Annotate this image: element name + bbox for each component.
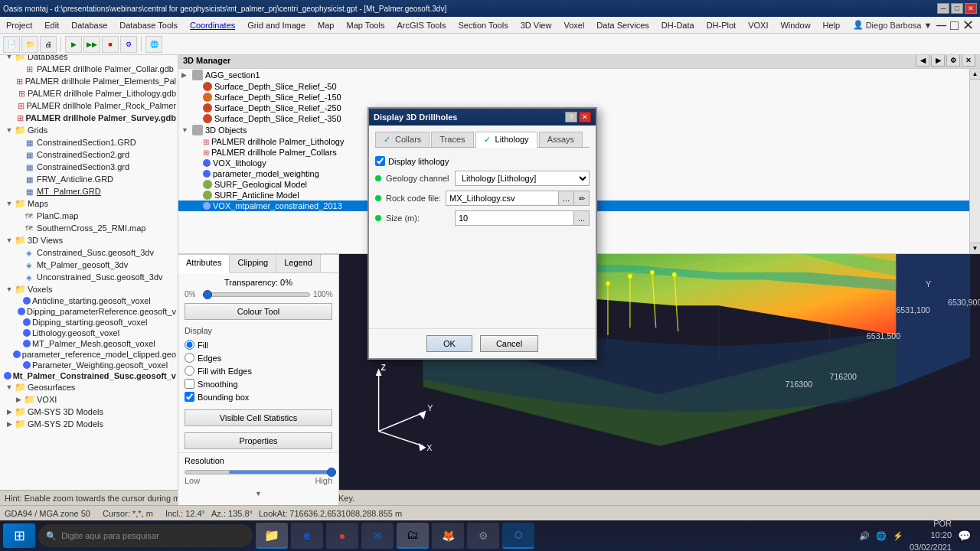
print-button[interactable]: 🖨 bbox=[40, 36, 57, 53]
colour-tool-button[interactable]: Colour Tool bbox=[185, 303, 332, 320]
tree-vox-lithology[interactable]: Lithology.geosoft_voxel bbox=[0, 328, 178, 338]
taskbar-app-outlook[interactable]: ✉ bbox=[361, 523, 394, 549]
tree-db-collar[interactable]: ⊞ PALMER drillhole Palmer_Collar.gdb bbox=[0, 63, 178, 75]
close-button[interactable]: ✕ bbox=[965, 3, 977, 14]
tree-vox-anticline[interactable]: Anticline_starting.geosoft_voxel bbox=[0, 295, 178, 306]
menu-project[interactable]: Project bbox=[0, 19, 38, 31]
taskbar-app-chrome[interactable]: ● bbox=[326, 523, 358, 549]
tree-map-planc[interactable]: 🗺 PlanC.map bbox=[0, 210, 178, 222]
minimize-button[interactable]: ─ bbox=[937, 3, 949, 14]
record-button[interactable]: ⚙ bbox=[120, 36, 137, 53]
ok-button[interactable]: OK bbox=[426, 335, 472, 352]
tree-grid-3[interactable]: ▦ ConstrainedSection3.grd bbox=[0, 161, 178, 173]
rock-code-file-input[interactable] bbox=[446, 191, 559, 206]
taskbar-time[interactable]: POR 10:20 03/02/2021 bbox=[910, 518, 952, 551]
display-smoothing-checkbox[interactable] bbox=[185, 379, 194, 389]
resolution-slider[interactable] bbox=[185, 470, 332, 474]
tree-db-survey[interactable]: ⊞ PALMER drillhole Palmer_Survey.gdb bbox=[0, 112, 178, 124]
menu-window[interactable]: Window bbox=[774, 19, 816, 31]
menu-coordinates[interactable]: Coordinates bbox=[184, 19, 241, 31]
manager-nav-forward[interactable]: ▶ bbox=[931, 54, 945, 67]
manager-close[interactable]: ✕ bbox=[962, 54, 975, 67]
dialog-close-button[interactable]: ✕ bbox=[579, 112, 591, 122]
menu-arcgis-tools[interactable]: ArcGIS Tools bbox=[390, 19, 452, 31]
rock-code-edit-button[interactable]: ✏ bbox=[574, 191, 590, 206]
new-button[interactable]: 📄 bbox=[3, 36, 20, 53]
display-edges-radio[interactable] bbox=[185, 353, 194, 363]
stop-button[interactable]: ■ bbox=[102, 36, 119, 53]
menu-grid-and-image[interactable]: Grid and Image bbox=[241, 19, 312, 31]
display-bounding-box-checkbox[interactable] bbox=[185, 392, 194, 402]
manager-settings[interactable]: ⚙ bbox=[946, 54, 960, 67]
taskbar-app-firefox[interactable]: 🦊 bbox=[432, 523, 464, 549]
mgr-surf-50[interactable]: Surface_Depth_Slice_Relief_-50 bbox=[178, 81, 980, 92]
mgr-agg-section[interactable]: ▶ AGG_section1 bbox=[178, 69, 980, 81]
mgr-surf-150[interactable]: Surface_Depth_Slice_Relief_-150 bbox=[178, 92, 980, 103]
tree-3dv-constrained[interactable]: ◈ Constrained_Susc.geosoft_3dv bbox=[0, 246, 178, 259]
menu-voxi[interactable]: VOXI bbox=[742, 19, 774, 31]
size-input[interactable] bbox=[455, 210, 574, 226]
menu-dh-plot[interactable]: DH-Plot bbox=[701, 19, 743, 31]
manager-nav-back[interactable]: ◀ bbox=[916, 54, 929, 67]
menu-dh-data[interactable]: DH-Data bbox=[655, 19, 701, 31]
tree-3dv-mt-palmer[interactable]: ◈ Mt_Palmer_geosoft_3dv bbox=[0, 259, 178, 271]
tree-grid-mt-palmer[interactable]: ▦ MT_Palmer.GRD bbox=[0, 185, 178, 197]
tree-gm-3d[interactable]: ▶ 📁 GM-SYS 3D Models bbox=[0, 406, 178, 418]
menu-3d-view[interactable]: 3D View bbox=[514, 19, 558, 31]
attr-scroll-arrow-down[interactable]: ▼ bbox=[178, 488, 338, 499]
scroll-up[interactable]: ▲ bbox=[970, 69, 980, 80]
taskbar-app-settings[interactable]: ⚙ bbox=[467, 523, 499, 549]
tree-db-elements[interactable]: ⊞ PALMER drillhole Palmer_Elements_Pal bbox=[0, 75, 178, 87]
tree-grid-2[interactable]: ▦ ConstrainedSection2.grd bbox=[0, 148, 178, 161]
tree-grids[interactable]: ▼ 📁 Grids bbox=[0, 124, 178, 136]
internet-button[interactable]: 🌐 bbox=[145, 36, 162, 53]
tab-attributes[interactable]: Attributes bbox=[178, 255, 230, 273]
tab-clipping[interactable]: Clipping bbox=[230, 255, 276, 272]
taskbar-app-fileexplorer2[interactable]: 🗂 bbox=[397, 523, 429, 549]
display-fill-radio[interactable] bbox=[185, 340, 194, 350]
menu-edit[interactable]: Edit bbox=[38, 19, 65, 31]
tree-grid-frw[interactable]: ▦ FRW_Anticline.GRD bbox=[0, 173, 178, 185]
tree-vox-constrained-susc[interactable]: Mt_Palmer_Constrained_Susc.geosoft_v bbox=[0, 370, 178, 381]
menu-help[interactable]: Help bbox=[817, 19, 847, 31]
dialog-tab-assays[interactable]: Assays bbox=[539, 132, 583, 147]
menu-section-tools[interactable]: Section Tools bbox=[452, 19, 514, 31]
tree-maps[interactable]: ▼ 📁 Maps bbox=[0, 197, 178, 210]
scroll-down[interactable]: ▼ bbox=[970, 243, 980, 253]
open-button[interactable]: 📁 bbox=[21, 36, 38, 53]
rock-code-browse-button[interactable]: … bbox=[559, 191, 574, 206]
notifications-icon[interactable]: 💬 bbox=[958, 530, 971, 542]
geology-channel-select[interactable]: Lithology [Lithology] bbox=[455, 171, 590, 186]
menu-map[interactable]: Map bbox=[312, 19, 340, 31]
start-button[interactable]: ⊞ bbox=[3, 523, 35, 548]
tree-db-rock[interactable]: ⊞ PALMER drillhole Palmer_Rock_Palmer bbox=[0, 99, 178, 112]
menu-database[interactable]: Database bbox=[65, 19, 113, 31]
run-button[interactable]: ▶ bbox=[65, 36, 82, 53]
taskbar-app-oasis[interactable]: ⬡ bbox=[502, 523, 534, 549]
visible-cell-stats-button[interactable]: Visible Cell Statistics bbox=[185, 409, 332, 426]
tree-gm-2d[interactable]: ▶ 📁 GM-SYS 2D Models bbox=[0, 418, 178, 430]
restore-button[interactable]: □ bbox=[951, 3, 963, 14]
run-fast-button[interactable]: ▶▶ bbox=[83, 36, 100, 53]
tree-map-sc[interactable]: 🗺 SouthernCross_25_RMI.map bbox=[0, 222, 178, 234]
display-fill-edges-radio[interactable] bbox=[185, 366, 194, 376]
tree-voxi-folder[interactable]: ▶ 📁 VOXI bbox=[0, 393, 178, 406]
dialog-tab-lithology[interactable]: ✓ Lithology bbox=[475, 132, 537, 148]
tree-vox-weighting[interactable]: Parameter_Weighting.geosoft_voxel bbox=[0, 360, 178, 370]
tab-legend[interactable]: Legend bbox=[276, 255, 321, 272]
tree-voxels[interactable]: ▼ 📁 Voxels bbox=[0, 283, 178, 295]
taskbar-app-edge[interactable]: e bbox=[291, 523, 323, 549]
display-lithology-checkbox[interactable] bbox=[375, 156, 385, 166]
menu-voxel[interactable]: Voxel bbox=[557, 19, 590, 31]
tree-grid-1[interactable]: ▦ ConstrainedSection1.GRD bbox=[0, 136, 178, 148]
dialog-help-button[interactable]: ? bbox=[565, 112, 577, 122]
tree-db-lithology[interactable]: ⊞ PALMER drillhole Palmer_Lithology.gdb bbox=[0, 87, 178, 99]
tree-vox-mesh[interactable]: MT_Palmer_Mesh.geosoft_voxel bbox=[0, 338, 178, 349]
tree-vox-param-clip[interactable]: parameter_reference_model_clipped.geo bbox=[0, 349, 178, 360]
dialog-tab-collars[interactable]: ✓ Collars bbox=[375, 132, 430, 147]
menu-database-tools[interactable]: Database Tools bbox=[113, 19, 184, 31]
properties-button[interactable]: Properties bbox=[185, 432, 332, 449]
size-browse-button[interactable]: … bbox=[574, 210, 590, 226]
tree-vox-dipping[interactable]: Dipping_starting.geosoft_voxel bbox=[0, 317, 178, 328]
tree-vox-dipping-ref[interactable]: Dipping_parameterReference.geosoft_v bbox=[0, 306, 178, 317]
